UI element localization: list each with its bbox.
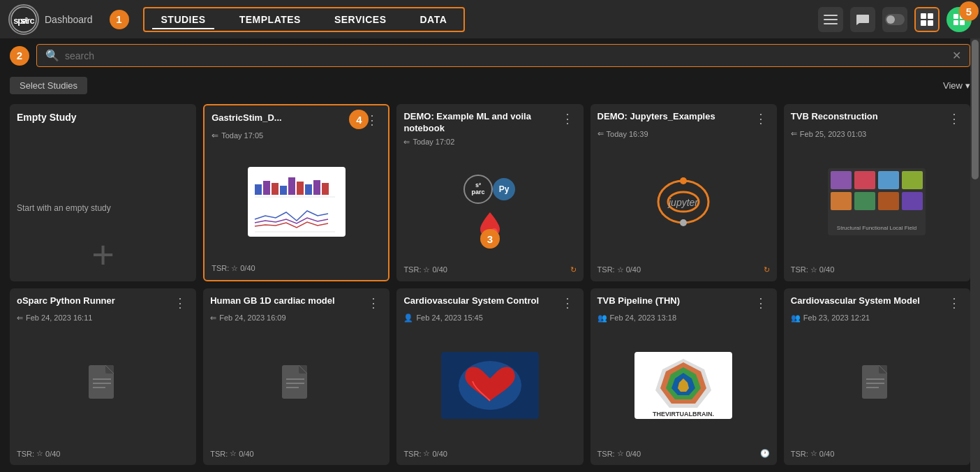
human-gb-footer: TSR:☆0/40 — [210, 446, 383, 458]
share-icon: ⇐ — [597, 129, 604, 138]
select-studies-button[interactable]: Select Studies — [10, 77, 87, 94]
annotation-2: 2 — [10, 46, 29, 66]
svg-point-35 — [680, 177, 687, 184]
tvb-pipeline-footer: TSR:☆0/40 🕐 — [597, 446, 770, 458]
human-gb-menu-icon[interactable]: ⋮ — [364, 295, 383, 311]
clock-icon: 🕐 — [760, 449, 770, 458]
demo-jupyter-card[interactable]: DEMO: Jupyters_Examples ⋮ ⇐ Today 16:39 … — [591, 104, 777, 281]
tvb-recon-header: TVB Reconstruction ⋮ — [791, 111, 963, 126]
svg-rect-20 — [288, 177, 295, 195]
svg-point-36 — [680, 219, 687, 226]
user-icon: 👤 — [403, 314, 413, 323]
svg-rect-9 — [928, 13, 933, 19]
demo-ml-card[interactable]: DEMO: Example ML and voila notebook ⋮ ⇐ … — [396, 104, 583, 281]
cardio-model-meta: 👥 Feb 23, 2023 12:21 — [791, 314, 963, 323]
scrollbar[interactable] — [970, 38, 980, 472]
osparc-meta: ⇐ Feb 24, 2023 16:11 — [17, 314, 189, 323]
svg-text:jupyter: jupyter — [667, 197, 699, 208]
cardio-model-title: Cardiovascular System Model — [791, 295, 945, 307]
view-button[interactable]: View ▾ — [943, 80, 970, 91]
toggle-icon-btn[interactable] — [882, 7, 907, 32]
svg-rect-4 — [824, 19, 838, 20]
demo-jupyter-meta: ⇐ Today 16:39 — [597, 129, 770, 138]
svg-text:THEVIRTUALBRAIN.: THEVIRTUALBRAIN. — [653, 411, 714, 418]
svg-rect-19 — [280, 186, 287, 195]
demo-jupyter-thumb: jupyter — [597, 145, 770, 258]
refresh-icon: ↻ — [570, 265, 577, 274]
osparc-menu-icon[interactable]: ⋮ — [171, 295, 189, 311]
human-gb-card[interactable]: Human GB 1D cardiac model ⋮ ⇐ Feb 24, 20… — [203, 288, 389, 466]
svg-rect-42 — [902, 171, 923, 189]
add-study-icon: + — [91, 235, 114, 274]
tab-services[interactable]: SERVICES — [318, 8, 403, 31]
tvb-pipeline-card[interactable]: TVB Pipeline (THN) ⋮ 👥 Feb 24, 2023 13:1… — [591, 288, 777, 466]
cardio-control-card[interactable]: Cardiovascular System Control ⋮ 👤 Feb 24… — [396, 288, 583, 466]
gastric-stim-footer: TSR: ☆ 0/40 — [211, 261, 381, 273]
empty-study-subtitle: Start with an empty study — [17, 203, 189, 213]
cardio-model-menu-icon[interactable]: ⋮ — [945, 295, 963, 311]
demo-jupyter-menu-icon[interactable]: ⋮ — [752, 111, 770, 126]
grid-icon-btn[interactable] — [914, 7, 940, 32]
studies-grid: Empty Study Start with an empty study 3 … — [0, 98, 980, 471]
search-clear-icon[interactable]: ✕ — [952, 49, 961, 62]
tab-templates[interactable]: TEMPLATES — [223, 8, 318, 31]
osparc-header: oSparc Python Runner ⋮ — [17, 295, 189, 311]
tvb-recon-title: TVB Reconstruction — [791, 111, 945, 123]
svg-text:sparc: sparc — [13, 15, 34, 26]
demo-ml-menu-icon[interactable]: ⋮ — [558, 111, 577, 126]
header-icons: 5 — [818, 7, 972, 32]
svg-rect-5 — [824, 23, 838, 24]
search-bar-area: 2 🔍 ✕ — [0, 38, 980, 73]
svg-rect-3 — [824, 15, 838, 16]
svg-rect-22 — [305, 184, 312, 195]
osparc-python-card[interactable]: oSparc Python Runner ⋮ ⇐ Feb 24, 2023 16… — [10, 288, 196, 466]
empty-study-card[interactable]: Empty Study Start with an empty study 3 … — [10, 104, 196, 281]
tvb-recon-thumb: Structural Functional Local Field — [791, 145, 963, 258]
search-input-wrap: 🔍 ✕ — [36, 44, 970, 67]
svg-rect-45 — [878, 192, 899, 210]
dashboard-label: Dashboard — [45, 14, 93, 25]
share-icon: ⇐ — [17, 314, 23, 323]
chat-icon-btn[interactable] — [850, 7, 875, 32]
search-input[interactable] — [65, 50, 946, 61]
scrollbar-thumb[interactable] — [972, 40, 979, 179]
svg-text:s²: s² — [475, 182, 481, 189]
demo-jupyter-header: DEMO: Jupyters_Examples ⋮ — [597, 111, 770, 126]
svg-text:parc: parc — [471, 189, 484, 196]
cardio-model-card[interactable]: Cardiovascular System Model ⋮ 👥 Feb 23, … — [784, 288, 970, 466]
cardio-model-thumb — [791, 330, 963, 443]
svg-rect-14 — [953, 20, 958, 25]
tvb-recon-menu-icon[interactable]: ⋮ — [945, 111, 963, 126]
cardio-control-footer: TSR:☆0/40 — [403, 446, 576, 458]
svg-rect-41 — [878, 171, 899, 189]
tab-studies[interactable]: STUDIES — [144, 8, 223, 31]
human-gb-title: Human GB 1D cardiac model — [210, 295, 364, 307]
gastric-stim-card[interactable]: 4 GastricStim_D... ⋮ ⇐ Today 17:05 — [203, 104, 389, 281]
chevron-down-icon: ▾ — [965, 80, 970, 91]
svg-rect-23 — [313, 180, 320, 195]
gastric-stim-thumb — [211, 147, 381, 257]
header: s² sparc Dashboard 1 STUDIES TEMPLATES S… — [0, 0, 980, 38]
annotation-1: 1 — [110, 10, 129, 29]
svg-rect-17 — [263, 181, 270, 195]
cardio-control-menu-icon[interactable]: ⋮ — [558, 295, 577, 311]
tvb-pipeline-title: TVB Pipeline (THN) — [597, 295, 752, 307]
group-icon: 👥 — [791, 314, 801, 323]
tvb-reconstruction-card[interactable]: TVB Reconstruction ⋮ ⇐ Feb 25, 2023 01:0… — [784, 104, 970, 281]
share-icon: ⇐ — [211, 131, 218, 140]
menu-icon-btn[interactable] — [818, 7, 843, 32]
tsr-label: TSR: ☆ 0/40 — [211, 264, 255, 273]
empty-study-title: Empty Study — [17, 111, 189, 203]
refresh-icon: ↻ — [764, 265, 770, 274]
tvb-pipeline-meta: 👥 Feb 24, 2023 13:18 — [597, 314, 770, 323]
tvb-recon-footer: TSR:☆0/40 — [791, 263, 963, 274]
tvb-pipeline-menu-icon[interactable]: ⋮ — [752, 295, 770, 311]
tab-data[interactable]: DATA — [403, 8, 463, 31]
svg-rect-12 — [953, 14, 958, 19]
star-icon: ☆ — [231, 264, 238, 273]
demo-jupyter-footer: TSR:☆0/40 ↻ — [597, 263, 770, 274]
svg-rect-40 — [854, 171, 875, 189]
logo-area: s² sparc Dashboard — [8, 4, 98, 35]
svg-rect-44 — [854, 192, 875, 210]
demo-ml-title: DEMO: Example ML and voila notebook — [403, 111, 558, 135]
